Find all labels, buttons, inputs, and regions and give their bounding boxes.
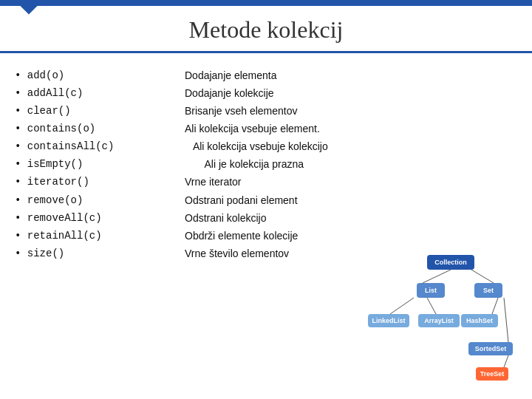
node-set: Set bbox=[474, 283, 502, 298]
method-size: • size() bbox=[15, 245, 177, 262]
title-underline bbox=[0, 51, 532, 53]
method-retainall: • retainAll(c) bbox=[15, 227, 177, 245]
svg-line-4 bbox=[492, 298, 498, 314]
descriptions-list: Dodajanje elementa Dodajanje kolekcije B… bbox=[177, 66, 517, 262]
methods-list: • add(o) • addAll(c) • clear() • contain… bbox=[15, 66, 177, 262]
node-list: List bbox=[417, 283, 445, 298]
top-bar bbox=[0, 0, 532, 6]
desc-iterator: Vrne iterator bbox=[185, 173, 517, 191]
node-collection: Collection bbox=[427, 255, 474, 270]
method-contains: • contains(o) bbox=[15, 120, 177, 137]
svg-line-2 bbox=[390, 298, 414, 314]
svg-line-0 bbox=[423, 270, 451, 283]
svg-line-1 bbox=[471, 270, 494, 283]
method-add: • add(o) bbox=[15, 66, 177, 84]
method-addall: • addAll(c) bbox=[15, 84, 177, 102]
desc-add: Dodajanje elementa bbox=[185, 66, 517, 84]
desc-removeall: Odstrani kolekcijo bbox=[185, 209, 517, 227]
desc-remove: Odstrani podani element bbox=[185, 191, 517, 209]
title-area: Metode kolekcij bbox=[0, 6, 532, 51]
svg-line-3 bbox=[427, 298, 436, 314]
svg-line-5 bbox=[504, 298, 508, 342]
method-removeall: • removeAll(c) bbox=[15, 209, 177, 227]
desc-clear: Brisanje vseh elementov bbox=[185, 102, 517, 120]
svg-line-6 bbox=[504, 355, 508, 367]
desc-retainall: Obdrži elemente kolecije bbox=[185, 227, 517, 245]
desc-containsall: Ali kolekcija vsebuje kolekcijo bbox=[185, 137, 517, 155]
desc-contains: Ali kolekcija vsebuje element. bbox=[185, 120, 517, 137]
node-arraylist: ArrayList bbox=[418, 314, 460, 327]
method-remove: • remove(o) bbox=[15, 191, 177, 209]
slide: Metode kolekcij • add(o) • addAll(c) • c… bbox=[0, 0, 532, 399]
node-hashset: HashSet bbox=[461, 314, 498, 327]
node-sortedset: SortedSet bbox=[468, 342, 513, 355]
method-isempty: • isEmpty() bbox=[15, 155, 177, 173]
slide-title: Metode kolekcij bbox=[189, 16, 344, 43]
content-area: • add(o) • addAll(c) • clear() • contain… bbox=[0, 61, 532, 262]
node-linkedlist: LinkedList bbox=[368, 314, 409, 327]
method-containsall: • containsAll(c) bbox=[15, 137, 177, 155]
method-clear: • clear() bbox=[15, 102, 177, 120]
node-treeset: TreeSet bbox=[476, 367, 508, 381]
desc-isempty: Ali je kolekcija prazna bbox=[185, 155, 517, 173]
method-iterator: • iterator() bbox=[15, 173, 177, 191]
class-diagram: Collection List Set LinkedList ArrayList… bbox=[356, 255, 519, 384]
desc-addall: Dodajanje kolekcije bbox=[185, 84, 517, 102]
